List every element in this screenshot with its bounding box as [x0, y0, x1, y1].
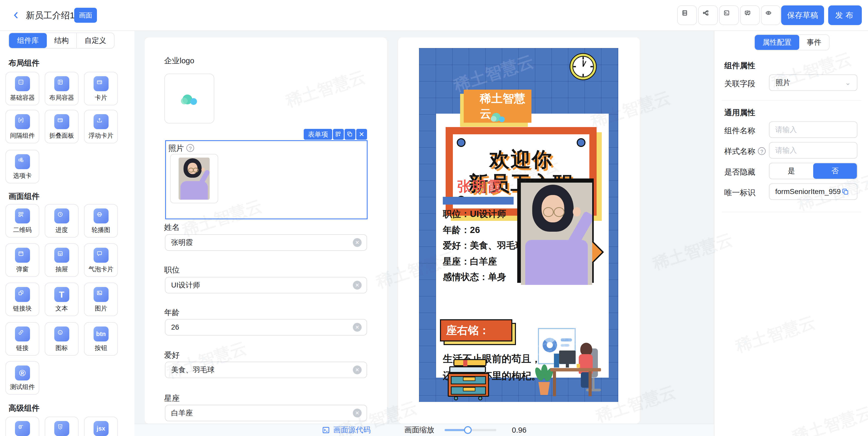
- clock-illustration: [569, 53, 597, 81]
- publish-button[interactable]: 发布: [828, 5, 862, 25]
- poster-info-age: 年龄：26: [443, 224, 528, 236]
- component-library-sidebar: 组件库 结构 自定义 布局组件 基础容器 布局容器 卡片 间隔组件 折叠面板 浮…: [0, 31, 134, 436]
- employee-photo: [179, 158, 210, 200]
- section-layout-components: 布局组件: [8, 58, 39, 68]
- progress-icon: [54, 208, 69, 224]
- component-card-link-block[interactable]: 链接块: [5, 282, 39, 316]
- component-card-float-card[interactable]: 浮动卡片: [84, 110, 118, 143]
- smiley-icon: [54, 327, 69, 341]
- selected-photo-field[interactable]: 照片?: [165, 140, 368, 219]
- tab-property-config[interactable]: 属性配置: [755, 35, 799, 50]
- clear-icon[interactable]: ✕: [353, 409, 362, 417]
- component-card-collapse[interactable]: 折叠面板: [45, 110, 79, 143]
- component-card-button[interactable]: btn 按钮: [84, 322, 118, 356]
- component-card-test[interactable]: ® 测试组件: [5, 361, 39, 395]
- clear-icon[interactable]: ✕: [353, 238, 362, 247]
- component-props-heading: 组件属性: [724, 61, 755, 71]
- canvas-footer-bar: 画面源代码 画面缩放 0.96: [134, 424, 714, 436]
- zoom-value: 0.96: [512, 426, 526, 434]
- component-card-progress[interactable]: 进度: [45, 204, 79, 238]
- zodiac-input[interactable]: [165, 405, 367, 421]
- zodiac-field-label: 星座: [164, 393, 180, 404]
- component-card-qrcode[interactable]: 二维码: [5, 204, 39, 238]
- delete-button[interactable]: ✕: [356, 129, 367, 140]
- hide-yes-option[interactable]: 是: [770, 163, 813, 179]
- poster-employee-name: 张明霞: [457, 177, 502, 196]
- component-card-bubble[interactable]: 气泡卡片: [84, 243, 118, 277]
- linked-field-select[interactable]: 照片 ⌄: [769, 74, 858, 91]
- duplicate-button[interactable]: [345, 129, 355, 140]
- link-icon: [15, 327, 30, 341]
- tab-component-library[interactable]: 组件库: [9, 33, 47, 48]
- form-item-tag-button[interactable]: 表单项: [304, 129, 332, 140]
- clear-icon[interactable]: ✕: [353, 281, 362, 290]
- bubble-card-icon: [94, 248, 108, 263]
- clear-icon[interactable]: ✕: [353, 323, 362, 332]
- divider: [722, 100, 861, 101]
- component-card-jsx[interactable]: jsx: [84, 416, 118, 436]
- outline-tool-button[interactable]: [677, 5, 697, 25]
- properties-tabs: 属性配置 事件: [754, 34, 830, 51]
- component-card-icon[interactable]: 图标: [45, 322, 79, 356]
- source-tool-button[interactable]: [719, 5, 739, 25]
- photo-thumbnail-card[interactable]: [170, 154, 218, 203]
- component-card-html[interactable]: [45, 416, 79, 436]
- age-input[interactable]: [165, 319, 367, 336]
- chevron-down-icon: ⌄: [845, 79, 851, 87]
- top-bar: 新员工介绍1 画面 保存草稿 发布: [0, 0, 868, 31]
- component-card-link[interactable]: 链接: [5, 322, 39, 356]
- preview-tool-button[interactable]: [761, 5, 781, 25]
- save-draft-button[interactable]: 保存草稿: [781, 5, 824, 25]
- terminal-icon: [723, 10, 734, 21]
- section-advanced-components: 高级组件: [8, 403, 39, 413]
- zoom-slider-handle[interactable]: [464, 426, 472, 434]
- selection-toolbar: 表单项 ✕: [145, 129, 367, 140]
- component-card-text[interactable]: T 文本: [45, 282, 79, 316]
- component-name-input[interactable]: [769, 122, 858, 138]
- component-card-drawer[interactable]: 抽屉: [45, 243, 79, 277]
- style-name-label: 样式名称?: [724, 146, 766, 157]
- help-icon[interactable]: ?: [758, 147, 766, 155]
- component-card-card[interactable]: 卡片: [84, 72, 118, 105]
- carousel-icon: [94, 208, 108, 224]
- help-icon[interactable]: ?: [186, 144, 194, 152]
- component-card-tabs[interactable]: 选项卡: [5, 150, 39, 183]
- tab-events[interactable]: 事件: [799, 35, 829, 50]
- qrcode-icon: [15, 208, 30, 224]
- component-card-carousel[interactable]: 轮播图: [84, 204, 118, 238]
- component-card-container[interactable]: 基础容器: [5, 72, 39, 105]
- back-icon[interactable]: [11, 10, 21, 20]
- hide-no-option[interactable]: 否: [813, 163, 857, 179]
- copy-icon[interactable]: [841, 188, 849, 196]
- terminal-icon: [322, 426, 330, 434]
- rich-list-icon: [15, 421, 30, 436]
- hobby-input[interactable]: [165, 362, 367, 378]
- style-name-input[interactable]: [769, 142, 858, 159]
- position-input[interactable]: [165, 277, 367, 294]
- tab-custom[interactable]: 自定义: [77, 33, 114, 48]
- container-icon: [15, 76, 30, 91]
- clear-icon[interactable]: ✕: [353, 366, 362, 374]
- logo-upload-box[interactable]: [164, 74, 214, 124]
- component-card-layout-container[interactable]: 布局容器: [45, 72, 79, 105]
- spacer-icon: [15, 114, 30, 129]
- motto-box: 座右铭：: [440, 319, 512, 341]
- poster-preview[interactable]: 稀土智慧云 欢迎你 新员工入职 张明霞 职位：UI设计师: [419, 48, 618, 402]
- component-card-image[interactable]: 图片: [84, 282, 118, 316]
- screen-badge: 画面: [74, 8, 97, 23]
- component-card-rich-list[interactable]: [5, 416, 39, 436]
- flow-tool-button[interactable]: [698, 5, 718, 25]
- screen-source-code-link[interactable]: 画面源代码: [322, 425, 371, 435]
- name-input[interactable]: [165, 234, 367, 251]
- component-card-modal[interactable]: 弹窗: [5, 243, 39, 277]
- tab-structure[interactable]: 结构: [47, 33, 77, 48]
- logo-field-label: 企业logo: [164, 56, 194, 66]
- zoom-slider[interactable]: [444, 429, 496, 431]
- present-tool-button[interactable]: [740, 5, 760, 25]
- name-field-label: 姓名: [164, 222, 180, 233]
- layout-container-icon: [54, 76, 69, 91]
- link-block-icon: [15, 287, 30, 302]
- component-card-spacer[interactable]: 间隔组件: [5, 110, 39, 143]
- poster-employee-photo: [521, 182, 592, 285]
- add-component-button[interactable]: [333, 129, 344, 140]
